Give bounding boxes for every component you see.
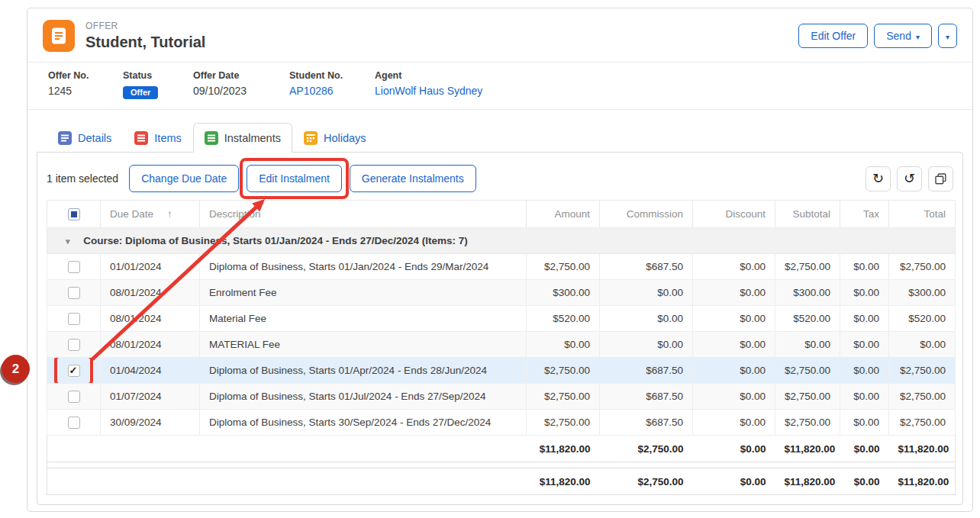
cell-subtotal: $0.00: [775, 332, 840, 358]
cell-description: MATERIAL Fee: [200, 332, 527, 358]
holidays-icon: [304, 131, 318, 145]
history-button[interactable]: ↺: [897, 166, 922, 191]
cell-tax: $0.00: [840, 384, 889, 410]
student-number-link[interactable]: AP10286: [289, 85, 375, 97]
table-row[interactable]: 30/09/2024 Diploma of Business, Starts 3…: [47, 410, 956, 436]
row-checkbox[interactable]: [68, 261, 80, 273]
cell-subtotal: $2,750.00: [775, 358, 840, 384]
group-totals-row: $11,820.00 $2,750.00 $0.00 $11,820.00 $0…: [47, 436, 956, 462]
collapse-group-icon[interactable]: ▾: [66, 236, 70, 246]
cell-total: $2,750.00: [889, 384, 956, 410]
row-checkbox[interactable]: [68, 339, 80, 351]
details-icon: [58, 131, 72, 145]
cell-discount: $0.00: [693, 332, 775, 358]
row-checkbox[interactable]: [68, 417, 80, 429]
grand-totals-row: $11,820.00 $2,750.00 $0.00 $11,820.00 $0…: [47, 468, 956, 495]
info-field-status: Status Offer: [123, 70, 193, 99]
cell-amount: $2,750.00: [527, 410, 600, 436]
tab-items[interactable]: Items: [123, 123, 192, 152]
tab-details[interactable]: Details: [47, 123, 123, 152]
select-all-cell: [47, 201, 101, 228]
table-row[interactable]: 01/04/2024 Diploma of Business, Starts 0…: [47, 358, 956, 384]
chevron-down-icon: ▾: [946, 33, 949, 41]
edit-offer-button[interactable]: Edit Offer: [798, 24, 868, 48]
group-total-total: $11,820.00: [889, 436, 956, 462]
row-checkbox-cell: [47, 306, 101, 332]
column-description[interactable]: Description: [200, 201, 527, 228]
instalments-table: Due Date↑ Description Amount Commission …: [47, 200, 956, 495]
column-due-date[interactable]: Due Date↑: [101, 201, 200, 228]
instalments-toolbar: 1 item selected Change Due Date Edit Ins…: [47, 165, 953, 192]
grand-total-discount: $0.00: [693, 468, 775, 495]
agent-link[interactable]: LionWolf Haus Sydney: [375, 85, 482, 97]
cell-discount: $0.00: [693, 280, 775, 306]
table-row[interactable]: 08/01/2024 Enrolment Fee $300.00 $0.00 $…: [47, 280, 956, 306]
table-row[interactable]: 08/01/2024 MATERIAL Fee $0.00 $0.00 $0.0…: [47, 332, 956, 358]
tab-holidays[interactable]: Holidays: [292, 123, 378, 152]
cell-commission: $0.00: [600, 280, 693, 306]
items-icon: [134, 131, 148, 145]
cell-commission: $687.50: [600, 358, 693, 384]
group-total-discount: $0.00: [693, 436, 775, 462]
generate-instalments-button[interactable]: Generate Instalments: [350, 165, 476, 192]
tab-label: Details: [78, 132, 111, 144]
info-field-offer-date: Offer Date 09/10/2023: [193, 70, 289, 99]
column-amount[interactable]: Amount: [527, 201, 600, 228]
select-all-checkbox[interactable]: [68, 208, 80, 220]
cell-amount: $0.00: [527, 332, 600, 358]
column-tax[interactable]: Tax: [840, 201, 889, 228]
cell-tax: $0.00: [840, 254, 889, 280]
more-actions-button[interactable]: ▾: [938, 24, 957, 48]
refresh-button[interactable]: ↻: [866, 166, 891, 191]
grand-total-commission: $2,750.00: [600, 468, 693, 495]
tab-label: Items: [154, 132, 181, 144]
column-subtotal[interactable]: Subtotal: [775, 201, 840, 228]
cell-commission: $687.50: [600, 254, 693, 280]
row-checkbox-cell: [47, 384, 101, 410]
cell-total: $2,750.00: [889, 254, 956, 280]
send-button[interactable]: Send▾: [874, 24, 932, 48]
row-checkbox[interactable]: [68, 365, 80, 377]
columns-button[interactable]: [928, 166, 953, 191]
cell-due-date: 01/01/2024: [101, 254, 200, 280]
edit-instalment-annotation-box: Edit Instalment: [247, 165, 342, 192]
column-total[interactable]: Total: [889, 201, 956, 228]
offer-card: OFFER Student, Tutorial Edit Offer Send▾…: [27, 8, 973, 512]
row-checkbox-cell: [47, 410, 101, 436]
row-checkbox[interactable]: [68, 287, 80, 299]
column-commission[interactable]: Commission: [600, 201, 693, 228]
edit-instalment-button[interactable]: Edit Instalment: [247, 165, 342, 192]
instalments-panel: 1 item selected Change Due Date Edit Ins…: [37, 152, 963, 505]
sort-ascending-icon[interactable]: ↑: [167, 208, 172, 220]
group-header-row[interactable]: ▾ Course: Diploma of Business, Starts 01…: [47, 228, 956, 254]
group-total-commission: $2,750.00: [600, 436, 693, 462]
table-header-row: Due Date↑ Description Amount Commission …: [47, 201, 956, 228]
table-row[interactable]: 08/01/2024 Material Fee $520.00 $0.00 $0…: [47, 306, 956, 332]
offer-icon: [43, 20, 75, 52]
tab-label: Instalments: [224, 132, 281, 144]
cell-description: Diploma of Business, Starts 01/Jul/2024 …: [200, 384, 527, 410]
step-number-badge: 2: [2, 355, 30, 383]
cell-due-date: 08/01/2024: [101, 306, 200, 332]
offer-kicker: OFFER: [85, 21, 205, 31]
row-checkbox[interactable]: [68, 313, 80, 325]
info-label: Student No.: [289, 70, 375, 81]
cell-tax: $0.00: [840, 410, 889, 436]
table-row[interactable]: 01/01/2024 Diploma of Business, Starts 0…: [47, 254, 956, 280]
cell-amount: $300.00: [527, 280, 600, 306]
cell-total: $300.00: [889, 280, 956, 306]
offer-date-value: 09/10/2023: [193, 85, 289, 97]
cell-commission: $0.00: [600, 332, 693, 358]
tab-instalments[interactable]: Instalments: [193, 123, 292, 153]
info-field-offer-no: Offer No. 1245: [48, 70, 123, 99]
column-discount[interactable]: Discount: [693, 201, 775, 228]
info-field-agent: Agent LionWolf Haus Sydney: [375, 70, 482, 99]
info-field-student-no: Student No. AP10286: [289, 70, 375, 99]
row-checkbox[interactable]: [68, 391, 80, 403]
cell-amount: $2,750.00: [527, 358, 600, 384]
table-row[interactable]: 01/07/2024 Diploma of Business, Starts 0…: [47, 384, 956, 410]
info-label: Status: [123, 70, 193, 81]
grand-total-total: $11,820.00: [889, 468, 956, 495]
cell-total: $2,750.00: [889, 358, 956, 384]
change-due-date-button[interactable]: Change Due Date: [129, 165, 239, 192]
